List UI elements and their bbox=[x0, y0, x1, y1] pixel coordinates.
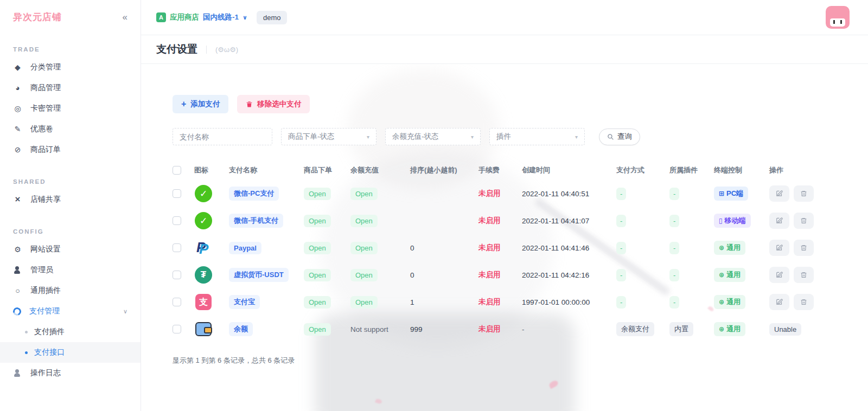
edit-button[interactable] bbox=[769, 294, 789, 310]
recharge-status-select[interactable]: 余额充值-状态 ▾ bbox=[385, 128, 481, 145]
created-time: 2022-01-11 04:42:16 bbox=[522, 271, 616, 279]
search-icon bbox=[607, 133, 614, 140]
order-status-badge: Open bbox=[304, 323, 331, 336]
sidebar-item-orders[interactable]: ⊘ 商品订单 bbox=[0, 139, 141, 160]
payment-name-input[interactable] bbox=[173, 128, 272, 145]
add-payment-button[interactable]: + 添加支付 bbox=[173, 95, 228, 113]
trash-icon bbox=[800, 298, 807, 306]
chevron-down-icon: ∨ bbox=[242, 14, 247, 21]
row-checkbox[interactable] bbox=[173, 271, 181, 279]
order-status-badge: Open bbox=[304, 188, 331, 200]
trash-icon bbox=[800, 190, 807, 197]
sidebar-item-payment-interface[interactable]: 支付接口 bbox=[0, 342, 141, 363]
sidebar-item-label: 管理员 bbox=[30, 265, 53, 275]
remove-selected-button[interactable]: 移除选中支付 bbox=[237, 95, 310, 113]
store-selector[interactable]: A 应用商店 国内线路-1 ∨ demo bbox=[156, 11, 287, 24]
delete-button[interactable] bbox=[794, 240, 814, 256]
sidebar-item-coupon[interactable]: ✎ 优惠卷 bbox=[0, 119, 141, 139]
method-badge: - bbox=[616, 296, 626, 309]
windows-icon: ⊞ bbox=[719, 190, 724, 197]
method-badge: - bbox=[616, 215, 626, 227]
sidebar-item-label: 支付接口 bbox=[34, 348, 65, 357]
col-created: 创建时间 bbox=[522, 165, 616, 175]
caret-down-icon: ▾ bbox=[471, 134, 474, 140]
bullet-icon bbox=[25, 351, 28, 354]
edit-button[interactable] bbox=[769, 240, 789, 256]
order-status-select[interactable]: 商品下单-状态 ▾ bbox=[281, 128, 376, 145]
payment-name[interactable]: 微信-PC支付 bbox=[229, 187, 279, 201]
admin-person-icon bbox=[13, 266, 22, 274]
sidebar-item-payment-management[interactable]: 支付管理 ∨ bbox=[0, 301, 141, 322]
trash-icon bbox=[246, 100, 253, 108]
sidebar: 异次元店铺 « TRADE ◆ 分类管理 ◕ 商品管理 ◎ 卡密管理 ✎ 优惠卷… bbox=[0, 0, 141, 411]
query-button[interactable]: 查询 bbox=[599, 129, 640, 145]
row-checkbox[interactable] bbox=[173, 298, 181, 306]
wechat-pay-icon: ✓ bbox=[195, 212, 212, 229]
sidebar-item-shop-share[interactable]: × 店铺共享 bbox=[0, 189, 141, 210]
delete-button[interactable] bbox=[794, 213, 814, 229]
delete-button[interactable] bbox=[794, 267, 814, 283]
recharge-status-badge: Open bbox=[350, 242, 378, 254]
edit-button[interactable] bbox=[769, 213, 789, 229]
row-checkbox[interactable] bbox=[173, 325, 181, 333]
edit-icon bbox=[776, 217, 783, 224]
sidebar-item-admins[interactable]: 管理员 bbox=[0, 260, 141, 280]
log-person-icon bbox=[13, 369, 22, 377]
sidebar-collapse-icon[interactable]: « bbox=[123, 12, 127, 23]
sort-value: 0 bbox=[410, 271, 478, 279]
sort-value: 1 bbox=[410, 298, 478, 306]
globe-icon: ⊕ bbox=[719, 325, 724, 333]
cardkey-icon: ◎ bbox=[13, 104, 22, 113]
sidebar-item-site-settings[interactable]: ⚙ 网站设置 bbox=[0, 239, 141, 260]
pie-chart-icon bbox=[12, 306, 23, 317]
col-plugin: 所属插件 bbox=[669, 165, 714, 175]
order-status-badge: Open bbox=[304, 242, 331, 254]
toolbar: + 添加支付 移除选中支付 bbox=[173, 95, 852, 113]
delete-button[interactable] bbox=[794, 185, 814, 202]
row-checkbox[interactable] bbox=[173, 189, 181, 198]
caret-down-icon: ▾ bbox=[367, 134, 369, 140]
coupon-icon: ✎ bbox=[13, 125, 22, 133]
row-checkbox[interactable] bbox=[173, 243, 181, 252]
paypal-icon: PP bbox=[196, 239, 210, 256]
plugin-badge: 内置 bbox=[669, 322, 693, 336]
fee-status: 未启用 bbox=[478, 189, 522, 198]
avatar-eye bbox=[833, 20, 835, 24]
payment-name[interactable]: Paypal bbox=[229, 242, 261, 254]
terminal-badge-mobile: ▯移动端 bbox=[714, 214, 751, 228]
sidebar-item-payment-plugins[interactable]: 支付插件 bbox=[0, 322, 141, 342]
table-header-row: 图标 支付名称 商品下单 余额充值 排序(越小越前) 手续费 创建时间 支付方式… bbox=[173, 160, 852, 180]
sidebar-item-common-plugins[interactable]: ○ 通用插件 bbox=[0, 280, 141, 301]
sidebar-item-operation-logs[interactable]: 操作日志 bbox=[0, 363, 141, 383]
kaomoji-text: (⚙ω⚙) bbox=[206, 46, 238, 54]
table-row: ✓ 微信-手机支付 Open Open 未启用 2022-01-11 04:41… bbox=[173, 207, 852, 234]
user-avatar[interactable] bbox=[826, 6, 850, 29]
order-status-badge: Open bbox=[304, 215, 331, 227]
edit-button[interactable] bbox=[769, 267, 789, 283]
payment-name[interactable]: 支付宝 bbox=[229, 295, 260, 309]
sidebar-item-label: 优惠卷 bbox=[30, 124, 53, 134]
plugin-select[interactable]: 插件 ▾ bbox=[489, 128, 585, 145]
col-name: 支付名称 bbox=[229, 165, 304, 175]
recharge-status-badge: Open bbox=[350, 269, 378, 281]
payment-name[interactable]: 微信-手机支付 bbox=[229, 214, 283, 228]
sort-value: 999 bbox=[410, 325, 478, 333]
delete-button[interactable] bbox=[794, 294, 814, 310]
sidebar-item-goods[interactable]: ◕ 商品管理 bbox=[0, 78, 141, 98]
row-checkbox[interactable] bbox=[173, 216, 181, 225]
avatar-face bbox=[830, 18, 845, 27]
edit-button[interactable] bbox=[769, 185, 789, 202]
terminal-badge-universal: ⊕通用 bbox=[714, 295, 745, 309]
select-all-checkbox[interactable] bbox=[173, 166, 181, 175]
bullet-icon bbox=[25, 331, 28, 333]
edit-icon bbox=[776, 244, 783, 252]
plus-icon: + bbox=[181, 99, 186, 109]
sidebar-item-cardkey[interactable]: ◎ 卡密管理 bbox=[0, 98, 141, 119]
col-fee: 手续费 bbox=[478, 165, 522, 175]
payment-name[interactable]: 余额 bbox=[229, 322, 253, 336]
sidebar-item-label: 分类管理 bbox=[30, 62, 61, 72]
page-header: 支付设置 (⚙ω⚙) bbox=[141, 35, 868, 64]
sidebar-item-category[interactable]: ◆ 分类管理 bbox=[0, 57, 141, 78]
col-order: 商品下单 bbox=[304, 165, 350, 175]
payment-name[interactable]: 虚拟货币-USDT bbox=[229, 268, 289, 282]
